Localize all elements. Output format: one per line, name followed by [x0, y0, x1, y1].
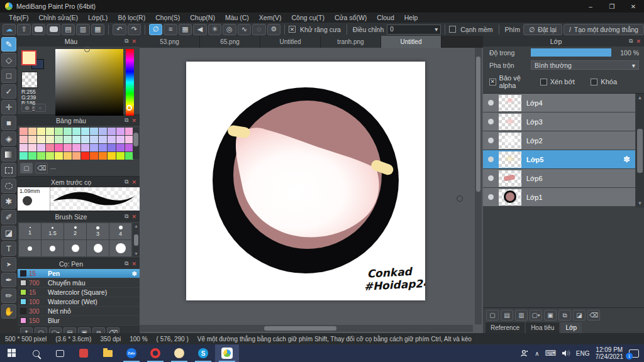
size-option-2[interactable]: 2 [64, 223, 86, 239]
palette-swatch[interactable] [28, 152, 36, 160]
palette-swatch[interactable] [55, 136, 63, 143]
size-option-6[interactable] [42, 240, 64, 256]
popout-icon[interactable]: ⧉ [125, 260, 128, 267]
redo-button[interactable]: ↷ [128, 24, 141, 35]
size-option-4[interactable]: 4 [109, 223, 131, 239]
palette-swatch[interactable] [19, 128, 28, 135]
palette-swatch[interactable] [90, 144, 98, 151]
undo-button[interactable]: ↶ [113, 24, 126, 35]
snap-parallel-button[interactable]: ≡ [164, 24, 177, 35]
palette-swatch[interactable] [55, 144, 63, 151]
operation-tool[interactable]: ➤ [1, 257, 16, 272]
palette-swatch[interactable] [116, 144, 125, 151]
palette-swatch[interactable] [99, 128, 107, 135]
canvas[interactable]: Conkad #Hoidap24 [186, 62, 425, 300]
close-button[interactable]: ✕ [623, 0, 644, 13]
size-option-12[interactable] [109, 240, 131, 256]
close-panel-icon[interactable]: ✕ [131, 118, 136, 124]
palette-swatch[interactable] [37, 136, 45, 143]
material-button[interactable]: ▦ [91, 24, 104, 35]
color-mode-button[interactable]: ◌ [35, 104, 46, 112]
scroll-down-icon[interactable]: ▼ [638, 200, 643, 206]
canvas-viewport[interactable]: Conkad #Hoidap24 [140, 48, 483, 333]
palette-swatch[interactable] [55, 152, 63, 160]
scroll-down-icon[interactable]: ▼ [134, 251, 138, 256]
pen-tool[interactable]: ✏ [1, 288, 16, 303]
menu-cloud[interactable]: Cloud [372, 13, 399, 23]
speaker-icon[interactable] [562, 349, 570, 357]
hand-tool[interactable]: ✋ [1, 304, 16, 319]
layer-row-lop6[interactable]: Lớp6 [483, 169, 635, 188]
palette-swatch[interactable] [99, 152, 107, 160]
brush-item-gradient[interactable]: 700 Chuyển màu [18, 278, 140, 288]
comment-button[interactable] [32, 24, 45, 35]
brush-size-cell[interactable]: 1.09mm [18, 187, 50, 211]
menu-snap[interactable]: Chụp(N) [185, 13, 220, 23]
action-center-icon[interactable]: 1 [629, 349, 639, 358]
hue-marker[interactable] [126, 105, 132, 111]
brush-item-watercolor-wet[interactable]: 100 Watercolor (Wet) [18, 297, 140, 307]
transparent-swatch[interactable] [21, 72, 38, 88]
tab-layers[interactable]: Lớp [560, 322, 582, 333]
palette-scrollbar[interactable] [133, 128, 139, 159]
palette-swatch[interactable] [81, 128, 89, 135]
lasso-tool[interactable] [1, 178, 16, 193]
visibility-icon[interactable] [488, 156, 494, 162]
brush-item-fine-stroke[interactable]: 300 Nét nhỏ [18, 307, 140, 316]
palette-swatch[interactable] [72, 136, 80, 143]
magic-wand-tool[interactable]: ✱ [1, 194, 16, 209]
palette-swatch[interactable] [108, 144, 116, 151]
menu-filter[interactable]: Bộ lọc(R) [113, 13, 150, 23]
straight-line-button[interactable]: / Tạo một đường thẳng [564, 24, 644, 35]
paint-app-button[interactable] [167, 344, 191, 362]
opacity-slider[interactable] [531, 48, 611, 57]
fill-shape-tool[interactable]: ■ [1, 116, 16, 130]
visibility-icon[interactable] [488, 175, 494, 181]
palette-swatch[interactable] [46, 128, 54, 135]
opera-button[interactable] [143, 344, 167, 362]
palette-swatch[interactable] [37, 152, 45, 160]
palette-new-button[interactable]: ▢ [20, 163, 33, 173]
lock-checkbox[interactable]: Khóa [591, 78, 639, 85]
soft-edge-checkbox[interactable]: Cạnh mềm [449, 26, 494, 33]
visibility-icon[interactable] [488, 138, 494, 143]
menu-select[interactable]: Chọn(S) [150, 13, 185, 23]
reset-button[interactable]: ∅ Đặt lại [523, 24, 562, 35]
close-panel-icon[interactable]: ✕ [131, 179, 136, 185]
add-layer-menu-button[interactable]: ▢▾ [530, 310, 542, 321]
palette-swatch[interactable] [99, 136, 107, 143]
palette-swatch[interactable] [81, 144, 89, 151]
people-icon[interactable] [520, 349, 529, 358]
brush-size-scrollbar[interactable]: ▲ ▼ [133, 223, 140, 256]
menu-help[interactable]: Help [399, 13, 423, 23]
palette-delete-button[interactable]: ⌫ [35, 163, 48, 173]
language-indicator[interactable]: ENG [576, 350, 590, 357]
hue-slider[interactable] [126, 49, 134, 116]
new-1bit-layer-button[interactable]: ▥ [515, 310, 528, 321]
layer-row-lop1[interactable]: Lớp1 [483, 188, 635, 207]
delete-layer-button[interactable]: ⌫ [587, 310, 600, 321]
horizontal-scrollbar[interactable] [140, 325, 473, 332]
menu-file[interactable]: Tệp(F) [4, 13, 34, 23]
new-8bit-layer-button[interactable]: ▤ [501, 310, 513, 321]
palette-swatch[interactable] [90, 128, 98, 135]
palette-swatch[interactable] [108, 152, 116, 160]
snap-off-button[interactable]: ∅ [149, 24, 162, 35]
bucket-tool[interactable]: ◈ [1, 131, 16, 146]
layer-list-scrollbar[interactable]: ▲ ▼ [636, 94, 644, 207]
menu-color[interactable]: Màu (C) [220, 13, 254, 23]
menu-edit[interactable]: Chỉnh sửa(E) [34, 13, 83, 23]
layer-folder-button[interactable]: ▣ [544, 310, 557, 321]
palette-swatch[interactable] [28, 136, 36, 143]
snap-radial-button[interactable]: ✳ [208, 24, 221, 35]
blend-mode-select[interactable]: Bình thường ▾ [531, 60, 639, 70]
palette-swatch[interactable] [64, 152, 72, 160]
layer-settings-gear-icon[interactable]: ✽ [623, 155, 630, 164]
file-explorer-button[interactable] [96, 344, 119, 362]
list-button[interactable]: ▥ [76, 24, 89, 35]
task-view-button[interactable] [48, 344, 72, 362]
document-button[interactable]: ▤ [62, 24, 75, 35]
pinned-app-button[interactable] [72, 344, 96, 362]
menu-layer[interactable]: Lớp(L) [83, 13, 113, 23]
chat-button[interactable] [47, 24, 60, 35]
